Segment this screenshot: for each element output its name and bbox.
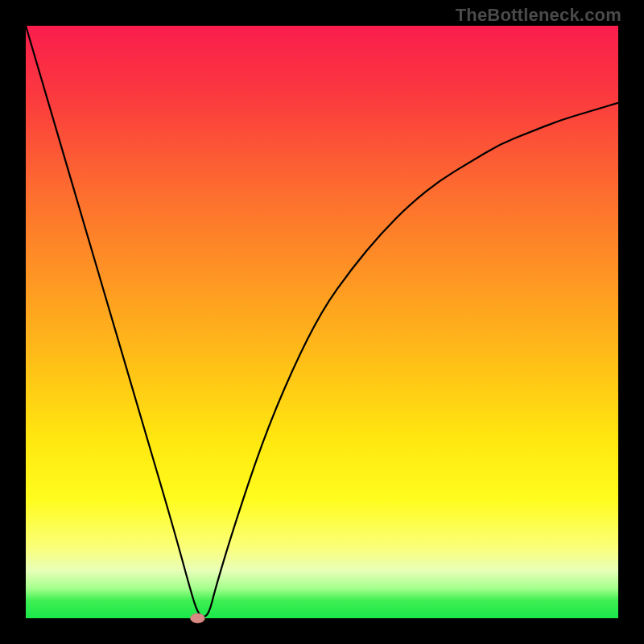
bottleneck-curve: [26, 26, 618, 617]
plot-area: [26, 26, 618, 618]
minimum-marker: [190, 613, 204, 623]
watermark-text: TheBottleneck.com: [456, 5, 621, 26]
chart-frame: TheBottleneck.com: [0, 0, 644, 644]
curve-svg: [26, 26, 618, 618]
